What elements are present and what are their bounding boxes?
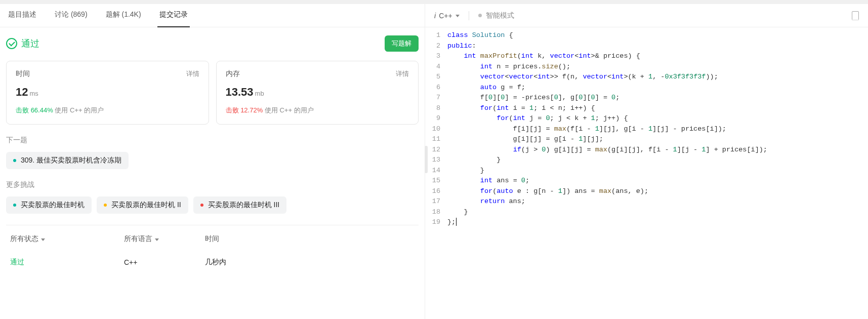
challenge-label: 买卖股票的最佳时机 II: [111, 201, 181, 210]
submission-filters: 所有状态 所有语言 时间: [6, 225, 419, 252]
time-beat-prefix: 击败: [16, 106, 29, 114]
time-beat: 击败 66.44% 使用 C++ 的用户: [16, 106, 199, 115]
tab-discuss[interactable]: 讨论 (869): [53, 4, 90, 27]
check-circle-icon: [6, 38, 17, 49]
more-chip-row: 买卖股票的最佳时机 买卖股票的最佳时机 II 买卖股票的最佳时机 III: [6, 196, 419, 214]
difficulty-dot-icon: [13, 204, 16, 207]
filter-status[interactable]: 所有状态: [10, 234, 124, 244]
time-card-title: 时间: [16, 69, 30, 78]
submission-content: 通过 写题解 时间 详情 12ms 击败 66.44%: [0, 27, 425, 319]
time-value: 12ms: [16, 86, 199, 99]
challenge-chip-0[interactable]: 买卖股票的最佳时机: [6, 196, 92, 214]
memory-beat-percent: 12.72%: [240, 106, 263, 114]
tab-submissions[interactable]: 提交记录: [157, 4, 190, 27]
tab-description[interactable]: 题目描述: [6, 4, 38, 27]
submission-row[interactable]: 通过 C++ 几秒内: [6, 252, 419, 273]
problem-panel: 题目描述 讨论 (869) 题解 (1.4K) 提交记录 通过 写题解 时间 详…: [0, 0, 425, 319]
memory-card-detail-link[interactable]: 详情: [396, 69, 409, 78]
time-card-detail-link[interactable]: 详情: [186, 69, 199, 78]
filter-status-label: 所有状态: [10, 234, 38, 244]
time-beat-suffix: 使用 C++ 的用户: [55, 106, 104, 114]
memory-beat-suffix: 使用 C++ 的用户: [265, 106, 314, 114]
code-editor[interactable]: 12345678910111213141516171819 class Solu…: [425, 27, 868, 319]
time-unit: ms: [29, 90, 38, 97]
next-chip-row: 309. 最佳买卖股票时机含冷冻期: [6, 152, 419, 169]
challenge-chip-2[interactable]: 买卖股票的最佳时机 III: [193, 196, 287, 214]
memory-beat-prefix: 击败: [226, 106, 239, 114]
editor-toolbar: iC++ 智能模式: [425, 4, 868, 27]
status-accepted: 通过: [6, 37, 39, 50]
next-problem-chip[interactable]: 309. 最佳买卖股票时机含冷冻期: [6, 152, 129, 169]
language-selector[interactable]: iC++: [434, 12, 460, 20]
next-label: 下一题: [6, 136, 419, 145]
time-card[interactable]: 时间 详情 12ms 击败 66.44% 使用 C++ 的用户: [6, 61, 209, 125]
line-gutter: 12345678910111213141516171819: [425, 30, 447, 319]
smart-mode-toggle[interactable]: 智能模式: [478, 11, 514, 20]
tab-solutions[interactable]: 题解 (1.4K): [104, 4, 143, 27]
more-label: 更多挑战: [6, 180, 419, 189]
write-solution-button[interactable]: 写题解: [385, 35, 419, 52]
editor-panel: iC++ 智能模式 12345678910111213141516171819 …: [425, 0, 868, 319]
filter-time-header: 时间: [205, 234, 219, 244]
time-beat-percent: 66.44%: [31, 106, 53, 114]
memory-value: 13.53mb: [226, 86, 409, 99]
mode-label: 智能模式: [486, 11, 514, 20]
challenge-chip-1[interactable]: 买卖股票的最佳时机 II: [97, 196, 188, 214]
problem-tabs: 题目描述 讨论 (869) 题解 (1.4K) 提交记录: [0, 4, 425, 27]
memory-card[interactable]: 内存 详情 13.53mb 击败 12.72% 使用 C++ 的用户: [216, 61, 419, 125]
memory-card-title: 内存: [226, 69, 240, 78]
memory-number: 13.53: [226, 86, 254, 98]
filter-time-label: 时间: [205, 234, 219, 244]
next-problem-label: 309. 最佳买卖股票时机含冷冻期: [21, 156, 121, 165]
submission-lang: C++: [124, 258, 205, 266]
submission-status: 通过: [10, 258, 124, 267]
status-text: 通过: [21, 37, 39, 50]
chevron-down-icon: [41, 238, 45, 241]
filter-language[interactable]: 所有语言: [124, 234, 205, 244]
submission-time: 几秒内: [205, 258, 226, 267]
toolbar-divider: [469, 11, 469, 20]
status-row: 通过 写题解: [6, 35, 419, 52]
difficulty-dot-icon: [200, 204, 203, 207]
chevron-down-icon: [155, 238, 159, 241]
metric-cards: 时间 详情 12ms 击败 66.44% 使用 C++ 的用户: [6, 61, 419, 125]
chevron-down-icon: [456, 15, 460, 17]
difficulty-dot-icon: [13, 159, 16, 162]
code-area[interactable]: class Solution { public: int maxProfit(i…: [447, 30, 868, 319]
challenge-label: 买卖股票的最佳时机 III: [208, 201, 280, 210]
bookmark-icon[interactable]: [852, 11, 859, 20]
language-label: C++: [439, 12, 452, 20]
memory-beat: 击败 12.72% 使用 C++ 的用户: [226, 106, 409, 115]
filter-language-label: 所有语言: [124, 234, 152, 244]
mode-dot-icon: [478, 14, 482, 17]
time-number: 12: [16, 86, 28, 98]
difficulty-dot-icon: [104, 204, 107, 207]
memory-unit: mb: [255, 90, 264, 97]
challenge-label: 买卖股票的最佳时机: [21, 201, 85, 210]
